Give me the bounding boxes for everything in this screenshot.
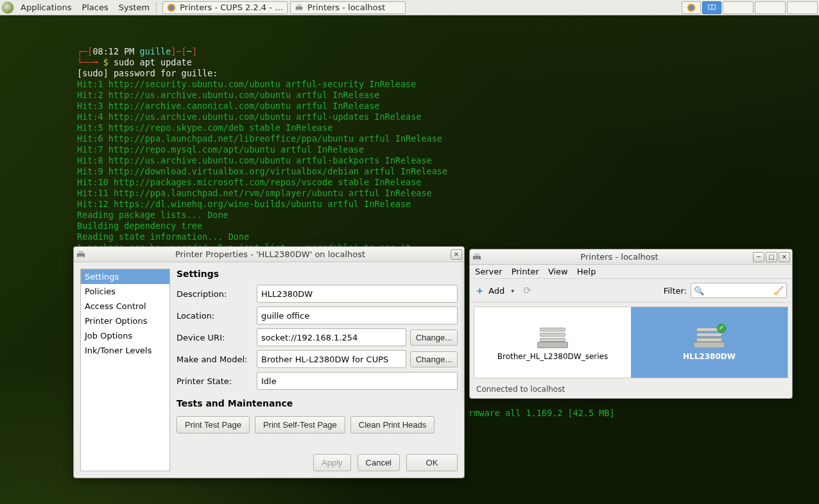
close-button[interactable]: ✕ [779, 252, 790, 262]
cat-ink-levels[interactable]: Ink/Toner Levels [81, 343, 169, 358]
cat-settings[interactable]: Settings [81, 269, 169, 284]
svg-point-6 [689, 5, 693, 10]
firefox-icon [687, 3, 696, 12]
panel-menu-places[interactable]: Places [76, 3, 113, 12]
cat-job-options[interactable]: Job Options [81, 328, 169, 343]
add-button[interactable]: Add [488, 286, 504, 296]
printer-label: HLL2380DW [683, 352, 736, 361]
window-title: Printer Properties - 'HLL2380DW' on loca… [90, 249, 451, 259]
menu-help[interactable]: Help [577, 267, 596, 276]
close-button[interactable]: ✕ [451, 249, 462, 260]
task-printers-label: Printers - localhost [307, 3, 385, 12]
printer-icon [472, 252, 482, 262]
svg-rect-3 [297, 4, 302, 6]
filter-label: Filter: [664, 286, 687, 296]
window-title: Printers - localhost [486, 252, 753, 262]
svg-rect-13 [474, 253, 479, 256]
maximize-button[interactable]: □ [766, 252, 777, 262]
cat-access[interactable]: Access Control [81, 299, 169, 314]
svg-rect-11 [78, 256, 83, 258]
menu-printer[interactable]: Printer [512, 267, 539, 276]
state-field: Idle [257, 372, 458, 390]
menu-server[interactable]: Server [475, 267, 503, 276]
tray-workspace[interactable] [702, 1, 721, 14]
svg-rect-14 [474, 259, 479, 261]
description-field[interactable]: HLL2380DW [257, 285, 458, 303]
ok-button[interactable]: OK [406, 454, 458, 471]
cancel-button[interactable]: Cancel [358, 454, 400, 471]
device-field[interactable]: socket://192.168.1.254 [257, 328, 406, 346]
apply-button[interactable]: Apply [313, 454, 351, 471]
print-self-test-button[interactable]: Print Self-Test Page [255, 416, 345, 433]
task-cups[interactable]: Printers - CUPS 2.2.4 - … [162, 1, 288, 14]
location-field[interactable]: guille office [257, 307, 458, 324]
printer-properties-window: Printer Properties - 'HLL2380DW' on loca… [73, 246, 465, 478]
task-cups-label: Printers - CUPS 2.2.4 - … [180, 3, 283, 12]
tray-firefox[interactable] [682, 1, 701, 14]
minimize-button[interactable]: ─ [753, 252, 764, 262]
printer-icon [76, 249, 86, 260]
firefox-icon [167, 3, 176, 12]
clean-heads-button[interactable]: Clean Print Heads [350, 416, 435, 433]
print-test-page-button[interactable]: Print Test Page [177, 416, 250, 433]
tray-blank-1[interactable] [723, 1, 754, 14]
printer-label: Brother_HL_L2380DW_series [497, 352, 608, 361]
model-label: Make and Model: [177, 355, 257, 364]
svg-rect-4 [297, 9, 302, 11]
location-label: Location: [177, 311, 257, 321]
settings-heading: Settings [177, 269, 458, 279]
svg-point-1 [169, 5, 174, 10]
ok-badge-icon [717, 324, 726, 333]
maint-heading: Tests and Maintenance [177, 398, 458, 408]
model-field[interactable]: Brother HL-L2380DW for CUPS [257, 350, 406, 368]
toolbar: ＋ Add ▾ ⟳ Filter: 🔍 🧹 [470, 279, 792, 303]
category-list[interactable]: Settings Policies Access Control Printer… [80, 269, 170, 471]
printers-window: Printers - localhost ─ □ ✕ Server Printe… [469, 249, 793, 399]
printer-item-brother[interactable]: Brother_HL_L2380DW_series [474, 307, 631, 378]
filter-input[interactable]: 🔍 🧹 [691, 283, 787, 298]
svg-rect-10 [78, 251, 83, 253]
panel-menu-applications[interactable]: Applications [15, 3, 76, 12]
top-panel: Applications Places System Printers - CU… [0, 0, 819, 15]
state-label: Printer State: [177, 376, 257, 386]
description-label: Description: [177, 289, 257, 299]
workspace-icon [707, 3, 716, 12]
cat-printer-options[interactable]: Printer Options [81, 314, 169, 328]
panel-menu-system[interactable]: System [114, 3, 155, 12]
device-label: Device URI: [177, 333, 257, 342]
panel-separator [156, 2, 159, 13]
device-change-button[interactable]: Change... [410, 330, 458, 346]
menu-view[interactable]: View [548, 267, 568, 276]
tray [682, 1, 819, 14]
clear-icon[interactable]: 🧹 [773, 286, 784, 296]
menubar: Server Printer View Help [470, 265, 792, 279]
printer-icon [694, 324, 725, 349]
printer-grid: Brother_HL_L2380DW_series HLL2380DW [474, 307, 788, 378]
status-bar: Connected to localhost [470, 382, 792, 396]
titlebar[interactable]: Printers - localhost ─ □ ✕ [470, 249, 792, 265]
printer-icon [295, 3, 304, 12]
tray-blank-2[interactable] [755, 1, 786, 14]
refresh-button[interactable]: ⟳ [523, 285, 531, 296]
printer-icon [537, 324, 568, 349]
search-icon: 🔍 [694, 286, 704, 296]
plus-icon: ＋ [475, 285, 485, 297]
titlebar[interactable]: Printer Properties - 'HLL2380DW' on loca… [74, 247, 464, 262]
printer-item-hll2380dw[interactable]: HLL2380DW [631, 307, 788, 378]
model-change-button[interactable]: Change... [410, 351, 458, 367]
add-dropdown-arrow[interactable]: ▾ [508, 287, 517, 294]
cat-policies[interactable]: Policies [81, 284, 169, 299]
task-printers[interactable]: Printers - localhost [290, 1, 406, 14]
tray-blank-3[interactable] [787, 1, 818, 14]
distro-logo[interactable] [0, 0, 15, 15]
